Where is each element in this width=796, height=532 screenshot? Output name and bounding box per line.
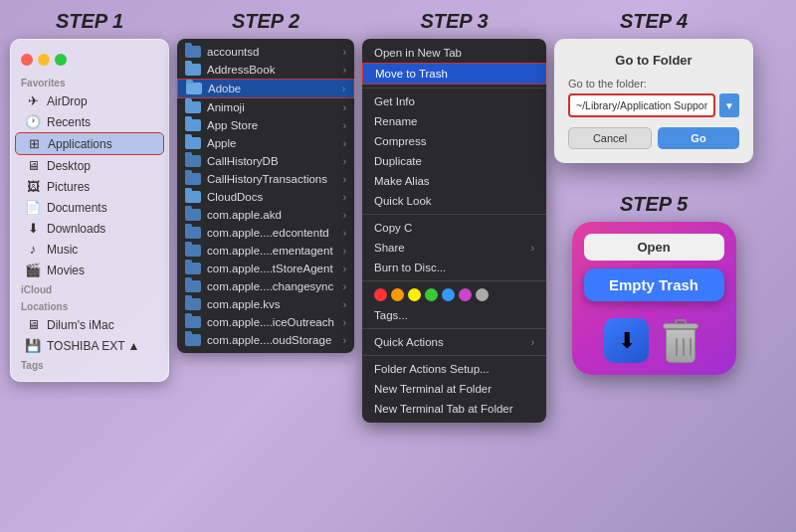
file-clouddocs[interactable]: CloudDocs › <box>177 188 354 206</box>
file-animoji[interactable]: Animoji › <box>177 98 354 116</box>
file-adobe[interactable]: Adobe › <box>177 79 354 98</box>
go-button[interactable]: Go <box>658 127 739 149</box>
trash-line <box>683 338 685 356</box>
chevron-right-icon: › <box>343 210 346 221</box>
open-button[interactable]: Open <box>584 234 724 261</box>
menu-new-terminal-tab[interactable]: New Terminal Tab at Folder <box>362 399 546 419</box>
tag-purple[interactable] <box>459 288 472 301</box>
sidebar-item-music[interactable]: ♪ Music <box>15 239 164 260</box>
tag-green[interactable] <box>425 288 438 301</box>
chevron-right-icon: › <box>343 120 346 131</box>
tag-blue[interactable] <box>442 288 455 301</box>
close-button[interactable] <box>21 54 33 66</box>
file-addressbook[interactable]: AddressBook › <box>177 61 354 79</box>
sidebar-item-recents[interactable]: 🕐 Recents <box>15 111 164 132</box>
menu-copy[interactable]: Copy C <box>362 218 546 238</box>
main-container: STEP 1 Favorites ✈ AirDrop 🕐 Recents ⊞ A… <box>0 0 796 532</box>
downloads-dock-icon[interactable]: ⬇ <box>604 318 649 363</box>
sidebar-item-applications[interactable]: ⊞ Applications <box>15 132 164 155</box>
step1-wrapper: STEP 1 Favorites ✈ AirDrop 🕐 Recents ⊞ A… <box>10 10 169 382</box>
sidebar-item-airdrop[interactable]: ✈ AirDrop <box>15 90 164 111</box>
sidebar-item-movies[interactable]: 🎬 Movies <box>15 260 164 280</box>
trash-dock-icon[interactable] <box>659 313 703 363</box>
menu-folder-actions[interactable]: Folder Actions Setup... <box>362 359 546 379</box>
right-column: STEP 4 Go to Folder Go to the folder: ▼ … <box>554 10 753 375</box>
menu-share[interactable]: Share › <box>362 238 546 258</box>
menu-burn[interactable]: Burn to Disc... <box>362 258 546 277</box>
file-oudstorage[interactable]: com.apple....oudStorage › <box>177 331 354 349</box>
trash-can <box>663 319 700 363</box>
step3-label: STEP 3 <box>420 10 488 33</box>
file-tstoreagent[interactable]: com.apple....tStoreAgent › <box>177 260 354 277</box>
chevron-right-icon: › <box>342 84 345 94</box>
tags-color-row <box>362 284 546 305</box>
desktop-icon: 🖥 <box>25 158 41 173</box>
file-accountsd[interactable]: accountsd › <box>177 43 354 61</box>
tag-yellow[interactable] <box>408 288 421 301</box>
chevron-right-icon: › <box>343 47 346 58</box>
cancel-button[interactable]: Cancel <box>568 127 652 149</box>
step4-wrapper: STEP 4 Go to Folder Go to the folder: ▼ … <box>554 10 753 163</box>
menu-quick-actions[interactable]: Quick Actions › <box>362 332 546 352</box>
file-edcontentd[interactable]: com.apple....edcontentd › <box>177 224 354 242</box>
sidebar-item-desktop[interactable]: 🖥 Desktop <box>15 155 164 176</box>
goto-folder-input[interactable] <box>568 93 715 117</box>
chevron-right-icon: › <box>343 102 346 113</box>
menu-quick-look[interactable]: Quick Look <box>362 191 546 211</box>
finder-filelist: accountsd › AddressBook › Adobe › Animoj… <box>177 39 354 353</box>
movies-icon: 🎬 <box>25 263 41 277</box>
menu-new-terminal[interactable]: New Terminal at Folder <box>362 379 546 399</box>
file-kvs[interactable]: com.apple.kvs › <box>177 295 354 313</box>
dock-popup: Open Empty Trash ⬇ <box>572 222 736 375</box>
chevron-right-icon: › <box>343 138 346 149</box>
folder-icon <box>185 263 201 274</box>
menu-make-alias[interactable]: Make Alias <box>362 171 546 191</box>
sidebar-item-documents[interactable]: 📄 Documents <box>15 197 164 218</box>
folder-icon <box>185 298 201 310</box>
dialog-title: Go to Folder <box>568 53 739 68</box>
sidebar-item-downloads[interactable]: ⬇ Downloads <box>15 218 164 239</box>
folder-icon <box>186 83 202 94</box>
file-ementagent[interactable]: com.apple....ementagent › <box>177 242 354 260</box>
chevron-right-icon: › <box>343 264 346 274</box>
tag-red[interactable] <box>374 288 387 301</box>
menu-compress[interactable]: Compress <box>362 131 546 151</box>
applications-icon: ⊞ <box>26 136 42 151</box>
step2-label: STEP 2 <box>232 10 299 33</box>
context-menu: Open in New Tab Move to Trash Get Info R… <box>362 39 546 423</box>
file-iceoutreach[interactable]: com.apple....iceOutreach › <box>177 313 354 331</box>
folder-icon <box>185 245 201 257</box>
menu-separator3 <box>362 280 546 281</box>
file-callhistorydb[interactable]: CallHistoryDB › <box>177 152 354 170</box>
menu-rename[interactable]: Rename <box>362 111 546 131</box>
menu-tags[interactable]: Tags... <box>362 305 546 325</box>
chevron-right-icon: › <box>343 174 346 185</box>
menu-get-info[interactable]: Get Info <box>362 91 546 111</box>
file-comappleakd[interactable]: com.apple.akd › <box>177 206 354 224</box>
applications-label: Applications <box>48 137 112 151</box>
empty-trash-button[interactable]: Empty Trash <box>584 268 724 301</box>
menu-separator4 <box>362 328 546 329</box>
dropdown-button[interactable]: ▼ <box>719 93 739 117</box>
menu-separator <box>362 88 546 89</box>
file-changesync[interactable]: com.apple....changesync › <box>177 277 354 295</box>
folder-icon <box>185 137 201 149</box>
sidebar-item-toshiba[interactable]: 💾 TOSHIBA EXT ▲ <box>15 335 164 356</box>
file-callhistorytrans[interactable]: CallHistoryTransactions › <box>177 170 354 188</box>
folder-icon <box>185 46 201 58</box>
chevron-right-icon: › <box>343 299 346 310</box>
minimize-button[interactable] <box>38 54 50 66</box>
tag-orange[interactable] <box>391 288 404 301</box>
file-apple[interactable]: Apple › <box>177 134 354 152</box>
file-appstore[interactable]: App Store › <box>177 116 354 134</box>
tag-gray[interactable] <box>476 288 489 301</box>
menu-duplicate[interactable]: Duplicate <box>362 151 546 171</box>
sidebar-item-pictures[interactable]: 🖼 Pictures <box>15 176 164 197</box>
sidebar-item-imac[interactable]: 🖥 Dilum's iMac <box>15 314 164 335</box>
menu-open-new-tab[interactable]: Open in New Tab <box>362 43 546 63</box>
locations-label: Locations <box>11 297 168 314</box>
goto-folder-dialog: Go to Folder Go to the folder: ▼ Cancel … <box>554 39 753 163</box>
maximize-button[interactable] <box>55 54 67 66</box>
finder-sidebar: Favorites ✈ AirDrop 🕐 Recents ⊞ Applicat… <box>10 39 169 382</box>
menu-move-to-trash[interactable]: Move to Trash <box>362 63 546 85</box>
